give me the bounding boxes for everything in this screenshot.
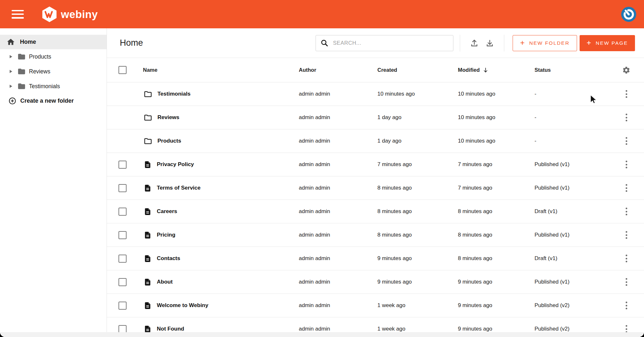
webiny-logo[interactable]: webiny — [42, 6, 98, 23]
table-row[interactable]: Products admin admin 1 day ago 10 minute… — [107, 129, 644, 153]
table-row[interactable]: Reviews admin admin 1 day ago 10 minutes… — [107, 106, 644, 129]
row-menu-button[interactable] — [623, 276, 630, 288]
row-menu-button[interactable] — [623, 299, 630, 312]
caret-right-icon[interactable] — [10, 70, 12, 73]
row-menu-button[interactable] — [623, 135, 630, 147]
search-input[interactable] — [332, 40, 449, 46]
table-row[interactable]: Privacy Policy admin admin 7 minutes ago… — [107, 153, 644, 176]
row-checkbox[interactable] — [118, 325, 127, 333]
sidebar-home-label: Home — [20, 39, 36, 45]
user-avatar[interactable] — [621, 7, 636, 22]
table-row[interactable]: Testimonials admin admin 10 minutes ago … — [107, 82, 644, 106]
row-author: admin admin — [299, 279, 377, 285]
row-menu-button[interactable] — [623, 158, 630, 171]
row-menu-button[interactable] — [623, 88, 630, 100]
column-header-modified[interactable]: Modified — [458, 67, 535, 73]
row-menu-button[interactable] — [623, 252, 630, 265]
row-name-link[interactable]: Terms of Service — [157, 185, 201, 191]
page-icon — [144, 207, 152, 216]
column-header-status[interactable]: Status — [535, 67, 609, 73]
row-checkbox[interactable] — [118, 302, 127, 310]
row-created: 8 minutes ago — [377, 185, 458, 191]
row-author: admin admin — [299, 114, 377, 121]
row-name-link[interactable]: Reviews — [157, 114, 179, 121]
caret-right-icon[interactable] — [10, 55, 12, 58]
new-folder-button[interactable]: + NEW FOLDER — [513, 35, 577, 51]
table-row[interactable]: Terms of Service admin admin 8 minutes a… — [107, 176, 644, 200]
row-status: Published (v1) — [535, 279, 609, 285]
table-row[interactable]: Contacts admin admin 9 minutes ago 8 min… — [107, 247, 644, 270]
column-header-created[interactable]: Created — [377, 67, 458, 73]
row-checkbox[interactable] — [118, 208, 127, 216]
row-name-link[interactable]: Products — [157, 138, 181, 144]
sidebar-folder-label: Products — [29, 53, 51, 60]
row-created: 8 minutes ago — [377, 232, 458, 238]
select-all-checkbox[interactable] — [118, 66, 127, 74]
create-new-folder-button[interactable]: Create a new folder — [0, 97, 107, 105]
sidebar-folder-testimonials[interactable]: Testimonials — [0, 79, 107, 94]
row-author: admin admin — [299, 161, 377, 168]
table-row[interactable]: Welcome to Webiny admin admin 1 week ago… — [107, 294, 644, 317]
row-menu-button[interactable] — [623, 182, 630, 194]
export-download-button[interactable] — [482, 35, 497, 51]
row-status: Draft (v1) — [535, 255, 609, 262]
row-menu-button[interactable] — [623, 229, 630, 241]
column-header-author[interactable]: Author — [299, 67, 377, 73]
upload-icon — [470, 39, 479, 48]
table-row[interactable]: Careers admin admin 8 minutes ago 8 minu… — [107, 200, 644, 223]
page-icon — [144, 301, 152, 310]
folder-icon — [144, 113, 152, 122]
row-checkbox[interactable] — [118, 278, 127, 286]
row-checkbox[interactable] — [118, 161, 127, 169]
row-author: admin admin — [299, 255, 377, 262]
column-header-name[interactable]: Name — [143, 67, 157, 73]
row-name-link[interactable]: Careers — [157, 208, 177, 215]
avatar-power-icon — [621, 7, 636, 22]
sidebar: Home Products Reviews — [0, 28, 107, 337]
row-name-link[interactable]: Privacy Policy — [157, 161, 194, 168]
import-upload-button[interactable] — [467, 35, 482, 51]
row-modified: 10 minutes ago — [458, 114, 535, 121]
row-modified: 9 minutes ago — [458, 279, 535, 285]
sidebar-folder-reviews[interactable]: Reviews — [0, 64, 107, 79]
new-page-button[interactable]: + NEW PAGE — [580, 35, 635, 51]
row-created: 1 week ago — [377, 326, 458, 332]
sidebar-folder-products[interactable]: Products — [0, 49, 107, 64]
webiny-hexagon-icon — [42, 6, 57, 23]
row-menu-button[interactable] — [623, 205, 630, 218]
row-modified: 9 minutes ago — [458, 302, 535, 309]
row-author: admin admin — [299, 138, 377, 144]
row-name-link[interactable]: About — [157, 279, 173, 285]
row-name-link[interactable]: Contacts — [157, 255, 180, 262]
table-row[interactable]: Pricing admin admin 8 minutes ago 8 minu… — [107, 223, 644, 247]
folder-icon — [17, 52, 26, 61]
row-created: 9 minutes ago — [377, 255, 458, 262]
page-icon — [144, 160, 152, 169]
page-icon — [144, 184, 152, 192]
bottom-scroll-strip[interactable] — [0, 332, 644, 337]
row-checkbox[interactable] — [118, 255, 127, 263]
row-author: admin admin — [299, 185, 377, 191]
download-icon — [485, 39, 494, 48]
hamburger-menu-icon[interactable] — [12, 10, 24, 19]
row-name-link[interactable]: Welcome to Webiny — [157, 302, 208, 309]
circle-plus-icon — [8, 97, 16, 105]
row-created: 1 week ago — [377, 302, 458, 309]
search-box[interactable] — [316, 35, 453, 51]
table-body: Testimonials admin admin 10 minutes ago … — [107, 82, 644, 337]
table-settings-button[interactable] — [622, 66, 630, 74]
sidebar-folder-label: Testimonials — [29, 83, 60, 90]
table-header-row: Name Author Created Modified Status — [107, 58, 644, 82]
row-name-link[interactable]: Not Found — [157, 326, 184, 332]
row-name-link[interactable]: Testimonials — [157, 91, 191, 97]
caret-right-icon[interactable] — [10, 85, 12, 88]
row-status: Draft (v1) — [535, 208, 609, 215]
sidebar-item-home[interactable]: Home — [0, 35, 107, 49]
row-menu-button[interactable] — [623, 111, 630, 124]
row-checkbox[interactable] — [118, 184, 127, 192]
table-row[interactable]: About admin admin 9 minutes ago 9 minute… — [107, 270, 644, 294]
row-modified: 10 minutes ago — [458, 91, 535, 97]
row-created: 1 day ago — [377, 114, 458, 121]
row-name-link[interactable]: Pricing — [157, 232, 175, 238]
row-checkbox[interactable] — [118, 231, 127, 239]
